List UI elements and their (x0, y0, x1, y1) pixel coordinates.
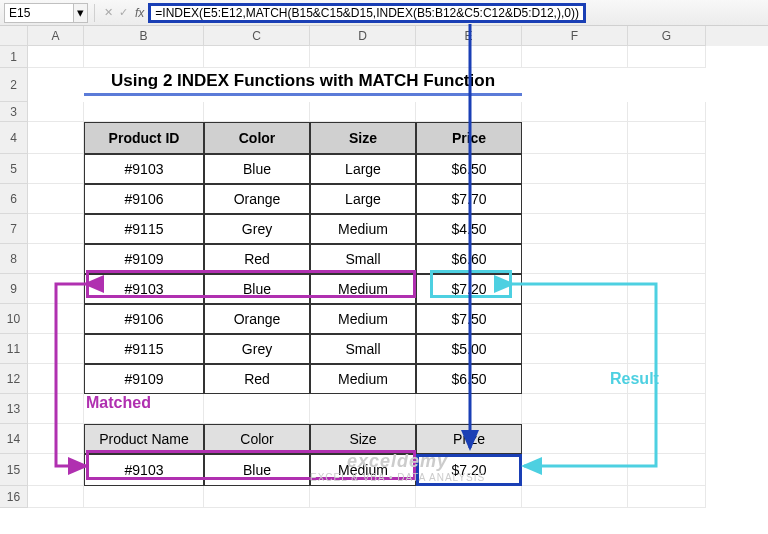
table-cell-price[interactable]: $6.50 (416, 364, 522, 394)
table-cell-size[interactable]: Small (310, 334, 416, 364)
confirm-icon[interactable]: ✓ (119, 6, 128, 19)
row-header[interactable]: 15 (0, 454, 28, 486)
table-cell-id[interactable]: #9109 (84, 364, 204, 394)
row-header[interactable]: 2 (0, 68, 28, 102)
cell[interactable] (522, 424, 628, 454)
col-header[interactable]: A (28, 26, 84, 46)
cell[interactable] (28, 274, 84, 304)
row-header[interactable]: 6 (0, 184, 28, 214)
table-cell-size[interactable]: Medium (310, 214, 416, 244)
cell[interactable] (204, 46, 310, 68)
table-cell-price[interactable]: $5.00 (416, 334, 522, 364)
cell[interactable] (522, 454, 628, 486)
formula-input[interactable]: =INDEX(E5:E12,MATCH(B15&C15&D15,INDEX(B5… (148, 3, 586, 23)
cell[interactable] (628, 334, 706, 364)
row-header[interactable]: 3 (0, 102, 28, 122)
cell[interactable] (204, 102, 310, 122)
table-cell-id[interactable]: #9115 (84, 214, 204, 244)
col-header[interactable]: C (204, 26, 310, 46)
table-cell-price[interactable]: $6.60 (416, 244, 522, 274)
cell[interactable] (310, 394, 416, 424)
table-cell-id[interactable]: #9106 (84, 184, 204, 214)
row-header[interactable]: 5 (0, 154, 28, 184)
cell[interactable] (628, 184, 706, 214)
select-all-corner[interactable] (0, 26, 28, 46)
row-header[interactable]: 9 (0, 274, 28, 304)
cell[interactable] (416, 102, 522, 122)
table-cell-color[interactable]: Blue (204, 274, 310, 304)
cell[interactable] (522, 214, 628, 244)
cell[interactable] (628, 486, 706, 508)
cell[interactable] (628, 454, 706, 486)
table-cell-id[interactable]: #9103 (84, 154, 204, 184)
lookup-header[interactable]: Size (310, 424, 416, 454)
lookup-header[interactable]: Product Name (84, 424, 204, 454)
cell[interactable] (28, 154, 84, 184)
col-header[interactable]: G (628, 26, 706, 46)
cell[interactable] (522, 102, 628, 122)
table-header[interactable]: Size (310, 122, 416, 154)
cell[interactable] (204, 486, 310, 508)
cell[interactable] (628, 154, 706, 184)
table-cell-color[interactable]: Orange (204, 304, 310, 334)
cell[interactable] (628, 122, 706, 154)
name-box[interactable]: E15 (4, 3, 74, 23)
cell[interactable] (310, 486, 416, 508)
lookup-id[interactable]: #9103 (84, 454, 204, 486)
row-header[interactable]: 13 (0, 394, 28, 424)
cell[interactable] (416, 486, 522, 508)
table-cell-size[interactable]: Small (310, 244, 416, 274)
cell[interactable] (522, 304, 628, 334)
table-cell-size[interactable]: Medium (310, 274, 416, 304)
cell[interactable] (628, 68, 706, 102)
cell[interactable] (416, 46, 522, 68)
cell[interactable] (28, 184, 84, 214)
col-header[interactable]: E (416, 26, 522, 46)
table-header[interactable]: Price (416, 122, 522, 154)
table-cell-color[interactable]: Blue (204, 154, 310, 184)
row-header[interactable]: 7 (0, 214, 28, 244)
table-cell-size[interactable]: Large (310, 154, 416, 184)
cell[interactable] (522, 46, 628, 68)
table-cell-price[interactable]: $6.50 (416, 154, 522, 184)
cell[interactable] (522, 486, 628, 508)
cell[interactable] (28, 102, 84, 122)
table-cell-color[interactable]: Grey (204, 214, 310, 244)
cell[interactable] (628, 424, 706, 454)
cell[interactable] (628, 214, 706, 244)
row-header[interactable]: 10 (0, 304, 28, 334)
col-header[interactable]: F (522, 26, 628, 46)
lookup-header[interactable]: Color (204, 424, 310, 454)
cell[interactable] (310, 46, 416, 68)
cell[interactable] (84, 486, 204, 508)
cell[interactable] (84, 102, 204, 122)
name-box-dropdown[interactable]: ▾ (74, 3, 88, 23)
cell[interactable] (28, 46, 84, 68)
row-header[interactable]: 4 (0, 122, 28, 154)
cell[interactable] (522, 122, 628, 154)
cell[interactable] (628, 274, 706, 304)
table-cell-id[interactable]: #9106 (84, 304, 204, 334)
cell[interactable] (628, 304, 706, 334)
cell[interactable] (28, 244, 84, 274)
table-cell-color[interactable]: Orange (204, 184, 310, 214)
table-cell-size[interactable]: Medium (310, 364, 416, 394)
table-cell-price[interactable]: $4.50 (416, 214, 522, 244)
row-header[interactable]: 14 (0, 424, 28, 454)
cell[interactable] (628, 244, 706, 274)
cell[interactable] (28, 334, 84, 364)
table-cell-id[interactable]: #9103 (84, 274, 204, 304)
lookup-header[interactable]: Prize (416, 424, 522, 454)
col-header[interactable]: D (310, 26, 416, 46)
cell[interactable] (416, 394, 522, 424)
row-header[interactable]: 8 (0, 244, 28, 274)
cell[interactable] (522, 68, 628, 102)
table-header[interactable]: Color (204, 122, 310, 154)
row-header[interactable]: 11 (0, 334, 28, 364)
table-cell-size[interactable]: Medium (310, 304, 416, 334)
cell[interactable] (204, 394, 310, 424)
table-header[interactable]: Product ID (84, 122, 204, 154)
cell[interactable] (628, 394, 706, 424)
cell[interactable] (628, 102, 706, 122)
cell[interactable] (28, 122, 84, 154)
